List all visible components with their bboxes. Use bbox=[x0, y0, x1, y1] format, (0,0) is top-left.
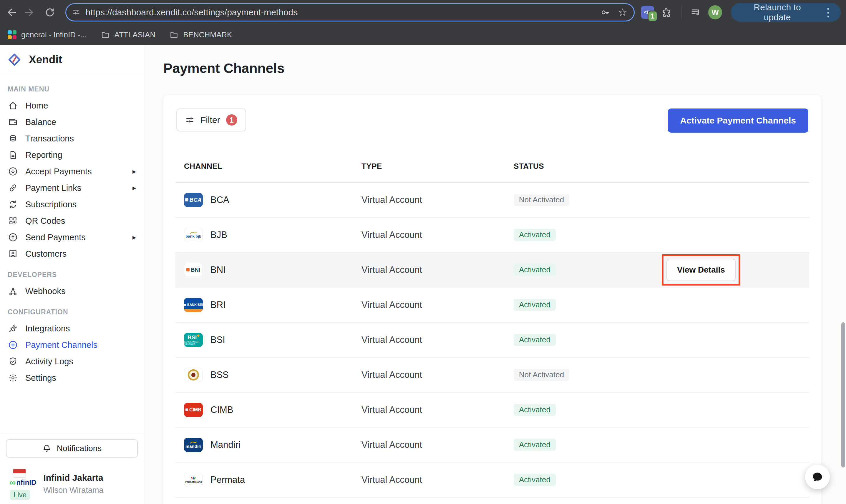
channel-type: Virtual Account bbox=[361, 474, 422, 485]
notifications-button[interactable]: Notifications bbox=[6, 439, 138, 457]
main-content: Payment Channels Filter 1 Activate Payme… bbox=[144, 45, 846, 504]
sidebar-item-settings[interactable]: Settings bbox=[0, 370, 144, 386]
account-switcher[interactable]: ∞ nfinID Live Infinid Jakarta Wilson Wir… bbox=[6, 469, 138, 500]
gear-icon bbox=[8, 373, 18, 383]
channel-type: Virtual Account bbox=[361, 370, 422, 380]
sidebar-item-balance[interactable]: Balance bbox=[0, 114, 144, 130]
relaunch-to-update-button[interactable]: Relaunch to update ⋮ bbox=[731, 3, 841, 22]
arrow-up-circle-icon bbox=[8, 232, 18, 242]
reload-icon[interactable] bbox=[41, 4, 58, 21]
bjb-logo: bank bjb bbox=[184, 228, 203, 242]
url-text[interactable]: https://dashboard.xendit.co/settings/pay… bbox=[86, 7, 600, 17]
folder-icon bbox=[170, 30, 178, 39]
sidebar-item-send-payments[interactable]: Send Payments▸ bbox=[0, 229, 144, 246]
sidebar-item-transactions[interactable]: Transactions bbox=[0, 130, 144, 147]
filter-sliders-icon bbox=[185, 115, 194, 125]
activate-payment-channels-button[interactable]: Activate Payment Channels bbox=[668, 108, 808, 132]
shield-check-icon bbox=[8, 356, 18, 367]
sidebar-item-customers[interactable]: Customers bbox=[0, 246, 144, 262]
status-badge: Activated bbox=[514, 229, 556, 241]
chevron-right-icon: ▸ bbox=[133, 233, 136, 241]
refresh-icon bbox=[8, 199, 18, 210]
home-icon bbox=[8, 100, 18, 111]
sidebar-item-subscriptions[interactable]: Subscriptions bbox=[0, 196, 144, 213]
toolbar-divider bbox=[681, 6, 681, 18]
url-bar[interactable]: https://dashboard.xendit.co/settings/pay… bbox=[65, 3, 635, 21]
channel-name: CIMB bbox=[210, 404, 234, 415]
coins-icon bbox=[8, 133, 18, 144]
sidebar-item-reporting[interactable]: Reporting bbox=[0, 147, 144, 163]
browser-menu-kebab-icon[interactable]: ⋮ bbox=[821, 7, 835, 18]
channel-name: BNI bbox=[210, 265, 226, 275]
sidebar-item-accept-payments[interactable]: Accept Payments▸ bbox=[0, 163, 144, 180]
sidebar-item-activity-logs[interactable]: Activity Logs bbox=[0, 353, 144, 370]
back-icon[interactable] bbox=[3, 4, 20, 21]
extensions-puzzle-icon[interactable] bbox=[660, 4, 673, 21]
channel-type: Virtual Account bbox=[361, 265, 422, 275]
password-key-icon[interactable] bbox=[600, 7, 610, 17]
status-badge: Activated bbox=[514, 439, 556, 451]
brand-name: Xendit bbox=[29, 54, 62, 66]
folder-icon bbox=[101, 30, 110, 39]
sidebar-item-label: Reporting bbox=[25, 150, 63, 160]
column-header: STATUS bbox=[514, 162, 544, 170]
sidebar-item-label: Balance bbox=[25, 117, 56, 127]
bss-logo bbox=[184, 368, 203, 382]
chat-launcher-button[interactable] bbox=[805, 465, 830, 489]
channel-type: Virtual Account bbox=[361, 230, 422, 240]
annotation-highlight-box: View Details bbox=[662, 254, 740, 286]
table-row-mandiri: mandiriMandiriVirtual AccountActivated bbox=[175, 428, 809, 463]
bri-logo: BANK BRI bbox=[184, 298, 203, 312]
document-icon bbox=[8, 150, 18, 160]
status-badge: Activated bbox=[514, 474, 556, 486]
media-playlist-icon[interactable] bbox=[689, 4, 702, 21]
page-scrollbar-thumb[interactable] bbox=[841, 322, 845, 468]
sidebar-item-webhooks[interactable]: Webhooks bbox=[0, 283, 144, 299]
sidebar-item-integrations[interactable]: Integrations bbox=[0, 320, 144, 337]
filter-label: Filter bbox=[201, 115, 220, 125]
channel-name: BSI bbox=[210, 335, 225, 345]
channel-type: Virtual Account bbox=[361, 439, 422, 450]
sidebar-bottom: Notifications ∞ nfinID Live Infinid Jaka… bbox=[0, 433, 144, 504]
channels-table: CHANNELTYPESTATUS BCABCAVirtual AccountN… bbox=[175, 132, 809, 498]
table-row-bss: BSSVirtual AccountNot Activated bbox=[175, 358, 809, 393]
sidebar-item-label: Integrations bbox=[25, 324, 70, 334]
status-badge: Activated bbox=[514, 299, 556, 311]
sidebar-item-label: QR Codes bbox=[25, 216, 65, 226]
sidebar-item-payment-links[interactable]: Payment Links▸ bbox=[0, 180, 144, 196]
table-row-bri: BANK BRIBRIVirtual AccountActivated bbox=[175, 288, 809, 323]
site-settings-icon[interactable] bbox=[71, 8, 81, 17]
bookmark-star-icon[interactable]: ☆ bbox=[618, 7, 627, 18]
toolbar-extensions-area: </> 1 W Relaunch to update ⋮ bbox=[641, 3, 841, 22]
page-title: Payment Channels bbox=[163, 60, 821, 76]
sidebar-item-label: Payment Channels bbox=[25, 340, 98, 350]
brand[interactable]: Xendit bbox=[0, 45, 144, 75]
channel-name: BCA bbox=[210, 195, 229, 205]
bookmark-item[interactable]: BENCHMARK bbox=[170, 30, 232, 39]
company-logo: ∞ nfinID Live bbox=[10, 469, 36, 500]
sidebar-item-payment-channels[interactable]: Payment Channels bbox=[0, 337, 144, 353]
sidebar-menu: MAIN MENUHomeBalanceTransactionsReportin… bbox=[0, 75, 144, 386]
filter-button[interactable]: Filter 1 bbox=[176, 108, 246, 131]
status-badge: Not Activated bbox=[514, 369, 569, 381]
link-icon bbox=[8, 183, 18, 193]
plug-icon bbox=[8, 323, 18, 334]
pinned-extension-icon[interactable]: </> 1 bbox=[641, 6, 654, 19]
table-row-bsi: BSIBANK SYARIAH INDONESIABSIVirtual Acco… bbox=[175, 323, 809, 358]
browser-profile-avatar[interactable]: W bbox=[708, 5, 722, 19]
sidebar-item-label: Payment Links bbox=[25, 183, 81, 193]
view-details-button[interactable]: View Details bbox=[667, 259, 736, 281]
forward-icon[interactable] bbox=[20, 4, 37, 21]
cimb-logo: CIMB bbox=[184, 403, 203, 417]
xendit-logo-icon bbox=[8, 53, 21, 67]
sidebar-item-home[interactable]: Home bbox=[0, 97, 144, 114]
channel-type: Virtual Account bbox=[361, 300, 422, 310]
filter-count-badge: 1 bbox=[226, 114, 237, 126]
status-badge: Not Activated bbox=[514, 194, 569, 206]
column-header: CHANNEL bbox=[184, 162, 223, 171]
bookmark-item[interactable]: general - InfinID -... bbox=[8, 30, 87, 39]
bookmark-item[interactable]: ATTLASIAN bbox=[101, 30, 156, 39]
chat-bubble-icon bbox=[811, 470, 824, 483]
status-badge: Activated bbox=[514, 404, 556, 416]
sidebar-item-qr-codes[interactable]: QR Codes bbox=[0, 213, 144, 229]
